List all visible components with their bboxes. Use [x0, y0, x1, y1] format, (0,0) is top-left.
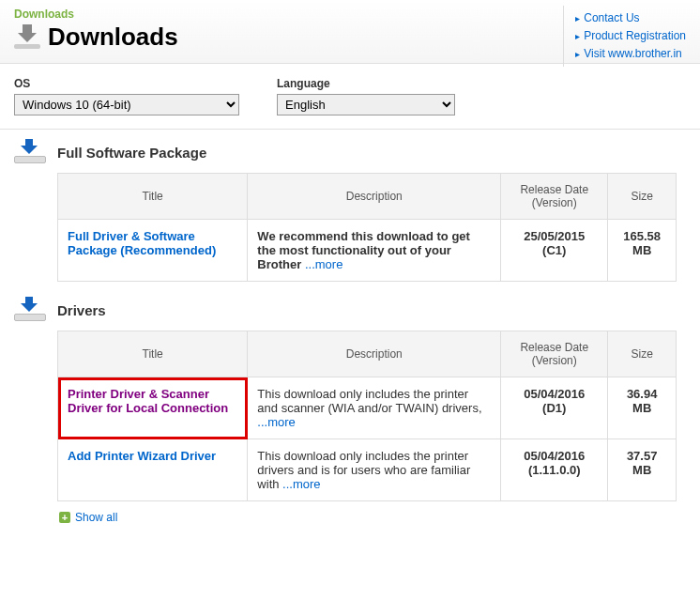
- table-row: Full Driver & Software Package (Recommen…: [58, 220, 677, 282]
- quicklink-visit[interactable]: Visit www.brother.in: [575, 45, 686, 63]
- show-all-link[interactable]: Show all: [59, 511, 117, 524]
- col-date: Release Date (Version): [501, 174, 608, 220]
- release-version: (1.11.0.0): [528, 463, 581, 477]
- table-row: Printer Driver & Scanner Driver for Loca…: [58, 377, 677, 439]
- release-version: (D1): [542, 401, 566, 415]
- quicklink-registration[interactable]: Product Registration: [575, 27, 686, 45]
- release-date: 25/05/2015: [524, 229, 585, 243]
- downloads-table: Title Description Release Date (Version)…: [57, 331, 677, 501]
- col-date: Release Date (Version): [501, 331, 608, 377]
- download-title-link[interactable]: Full Driver & Software Package (Recommen…: [68, 229, 216, 257]
- release-version: (C1): [542, 243, 566, 257]
- col-title: Title: [58, 174, 248, 220]
- quicklink-contact[interactable]: Contact Us: [575, 9, 686, 27]
- col-description: Description: [248, 331, 501, 377]
- more-link[interactable]: ...more: [305, 257, 342, 271]
- col-title: Title: [58, 331, 248, 377]
- section-heading: Drivers: [57, 302, 106, 318]
- language-label: Language: [277, 77, 455, 90]
- language-select[interactable]: English: [277, 94, 455, 115]
- quicklinks: Contact Us Product Registration Visit ww…: [563, 6, 686, 67]
- download-title-link[interactable]: Add Printer Wizard Driver: [68, 449, 216, 463]
- download-title-link[interactable]: Printer Driver & Scanner Driver for Loca…: [68, 387, 228, 415]
- download-icon: [14, 24, 40, 51]
- download-description: We recommend this download to get the mo…: [257, 229, 470, 271]
- table-row: Add Printer Wizard Driver This download …: [58, 439, 677, 501]
- release-date: 05/04/2016: [524, 387, 585, 401]
- section-icon: [14, 299, 46, 321]
- downloads-table: Title Description Release Date (Version)…: [57, 173, 677, 282]
- section-icon: [14, 141, 46, 163]
- os-label: OS: [14, 77, 239, 90]
- page-title: Downloads: [48, 23, 178, 52]
- section-heading: Full Software Package: [57, 145, 206, 161]
- col-size: Size: [608, 331, 677, 377]
- more-link[interactable]: ...more: [282, 477, 320, 491]
- more-link[interactable]: ...more: [257, 415, 295, 429]
- col-description: Description: [248, 174, 501, 220]
- file-size: 36.94 MB: [627, 387, 658, 415]
- col-size: Size: [608, 174, 677, 220]
- file-size: 37.57 MB: [627, 449, 658, 477]
- download-description: This download only includes the printer …: [257, 387, 481, 415]
- release-date: 05/04/2016: [524, 449, 585, 463]
- file-size: 165.58 MB: [623, 229, 661, 257]
- os-select[interactable]: Windows 10 (64-bit): [14, 94, 239, 115]
